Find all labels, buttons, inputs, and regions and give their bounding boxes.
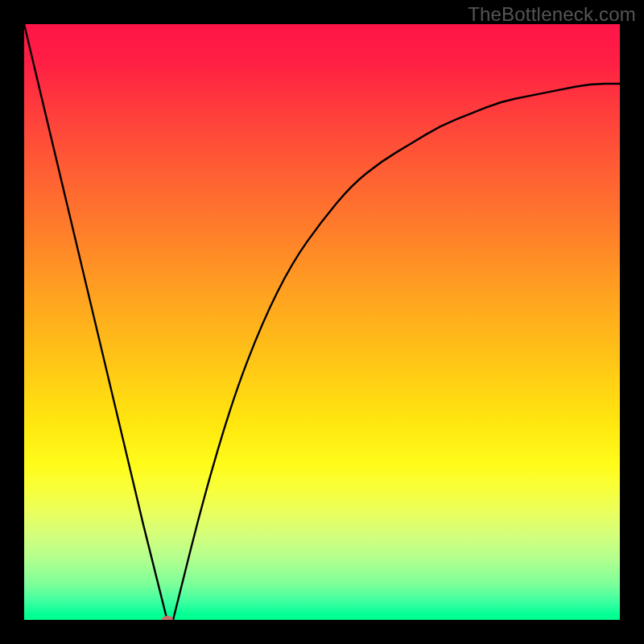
- minimum-marker-icon: [162, 616, 173, 620]
- watermark-label: TheBottleneck.com: [468, 3, 636, 26]
- plot-area: [24, 24, 620, 620]
- chart-frame: TheBottleneck.com: [0, 0, 644, 644]
- bottleneck-curve: [24, 24, 620, 620]
